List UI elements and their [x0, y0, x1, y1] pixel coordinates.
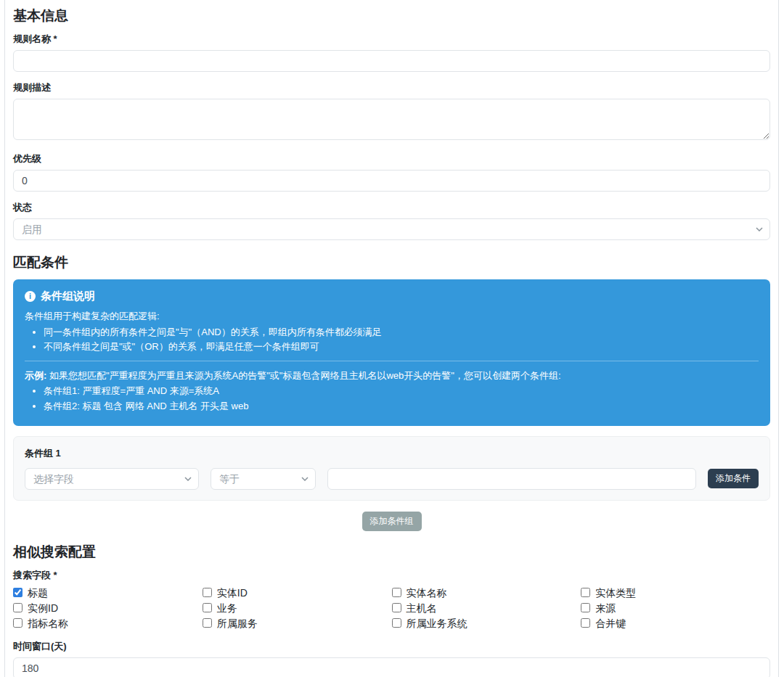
- checkbox-metric-name[interactable]: [13, 618, 23, 628]
- checkbox-item-entity-id[interactable]: 实体ID: [203, 586, 392, 599]
- checkbox-label: 业务: [217, 602, 237, 615]
- info-box-divider: [25, 361, 759, 361]
- checkbox-entity-id[interactable]: [203, 588, 212, 597]
- similar-search-title: 相似搜索配置: [13, 543, 770, 562]
- condition-group-panel: 条件组 1 选择字段 等于 添加条件: [13, 436, 770, 501]
- rule-name-group: 规则名称 *: [13, 33, 770, 72]
- condition-operator-select[interactable]: 等于: [211, 468, 316, 490]
- checkbox-entity-name[interactable]: [392, 588, 401, 597]
- info-box-examples: 条件组1: 严重程度=严重 AND 来源=系统A 条件组2: 标题 包含 网络 …: [25, 385, 759, 412]
- checkbox-item-source[interactable]: 来源: [581, 602, 770, 615]
- checkbox-label: 标题: [28, 586, 48, 599]
- checkbox-instance-id[interactable]: [13, 603, 23, 612]
- checkbox-item-entity-type[interactable]: 实体类型: [581, 586, 770, 599]
- checkbox-item-hostname[interactable]: 主机名: [392, 602, 581, 615]
- time-window-label: 时间窗口(天): [13, 640, 770, 653]
- checkbox-item-entity-name[interactable]: 实体名称: [392, 586, 581, 599]
- checkbox-source[interactable]: [581, 603, 590, 612]
- checkbox-title[interactable]: [13, 588, 23, 597]
- rule-name-label: 规则名称 *: [13, 33, 770, 46]
- info-box-example: 示例: 如果您想匹配"严重程度为严重且来源为系统A的告警"或"标题包含网络且主机…: [25, 369, 759, 382]
- checkbox-entity-type[interactable]: [581, 588, 590, 597]
- rule-description-group: 规则描述: [13, 81, 770, 143]
- checkbox-label: 所属业务系统: [407, 617, 467, 630]
- add-condition-group-button[interactable]: 添加条件组: [362, 512, 422, 531]
- basic-info-title: 基本信息: [13, 7, 770, 25]
- checkbox-owning-service[interactable]: [203, 618, 212, 628]
- checkbox-hostname[interactable]: [392, 603, 401, 612]
- checkbox-item-instance-id[interactable]: 实例ID: [13, 602, 203, 615]
- checkbox-label: 主机名: [407, 602, 437, 615]
- example-text: 如果您想匹配"严重程度为严重且来源为系统A的告警"或"标题包含网络且主机名以we…: [49, 370, 561, 381]
- condition-value-input[interactable]: [327, 468, 696, 490]
- search-fields-grid: 标题 实体ID 实体名称 实体类型 实例ID 业务 主机名 来源: [13, 586, 770, 630]
- info-box-title: 条件组说明: [41, 289, 95, 303]
- checkbox-business[interactable]: [203, 603, 212, 612]
- priority-group: 优先级: [13, 152, 770, 192]
- checkbox-label: 实体ID: [217, 586, 248, 599]
- status-label: 状态: [13, 201, 770, 214]
- info-rule-item: 同一条件组内的所有条件之间是"与"（AND）的关系，即组内所有条件都必须满足: [44, 326, 759, 339]
- checkbox-label: 实体类型: [595, 586, 636, 599]
- checkbox-label: 实体名称: [407, 586, 447, 599]
- status-select[interactable]: 启用: [13, 218, 770, 240]
- checkbox-item-title[interactable]: 标题: [13, 586, 203, 599]
- condition-group-title: 条件组 1: [25, 447, 759, 460]
- checkbox-label: 所属服务: [217, 617, 258, 630]
- checkbox-label: 合并键: [595, 617, 626, 630]
- example-item: 条件组1: 严重程度=严重 AND 来源=系统A: [44, 385, 759, 398]
- priority-label: 优先级: [13, 152, 770, 165]
- status-group: 状态 启用: [13, 201, 770, 240]
- condition-group-info-box: i 条件组说明 条件组用于构建复杂的匹配逻辑: 同一条件组内的所有条件之间是"与…: [13, 279, 770, 426]
- match-conditions-title: 匹配条件: [13, 253, 770, 272]
- checkbox-merge-key[interactable]: [581, 618, 590, 628]
- checkbox-item-metric-name[interactable]: 指标名称: [13, 617, 203, 630]
- checkbox-item-merge-key[interactable]: 合并键: [581, 617, 770, 630]
- rule-description-label: 规则描述: [13, 81, 770, 94]
- info-box-rules: 同一条件组内的所有条件之间是"与"（AND）的关系，即组内所有条件都必须满足 不…: [25, 326, 759, 353]
- condition-field-select[interactable]: 选择字段: [25, 468, 199, 490]
- add-condition-button[interactable]: 添加条件: [708, 469, 759, 488]
- rule-name-input[interactable]: [13, 50, 770, 72]
- example-item: 条件组2: 标题 包含 网络 AND 主机名 开头是 web: [44, 400, 759, 413]
- priority-input[interactable]: [13, 170, 770, 192]
- search-fields-label: 搜索字段 *: [13, 569, 770, 582]
- checkbox-item-owning-service[interactable]: 所属服务: [203, 617, 392, 630]
- info-circle-icon: i: [25, 291, 36, 302]
- info-box-header: i 条件组说明: [25, 289, 759, 303]
- checkbox-label: 实例ID: [28, 602, 58, 615]
- time-window-group: 时间窗口(天): [13, 640, 770, 677]
- checkbox-owning-system[interactable]: [392, 618, 401, 628]
- time-window-input[interactable]: [13, 657, 770, 677]
- info-box-intro: 条件组用于构建复杂的匹配逻辑:: [25, 310, 759, 323]
- checkbox-label: 来源: [595, 602, 616, 615]
- info-rule-item: 不同条件组之间是"或"（OR）的关系，即满足任意一个条件组即可: [44, 340, 759, 353]
- example-label: 示例:: [25, 370, 46, 381]
- rule-description-textarea[interactable]: [13, 99, 770, 140]
- checkbox-item-owning-system[interactable]: 所属业务系统: [392, 617, 581, 630]
- checkbox-item-business[interactable]: 业务: [203, 602, 392, 615]
- checkbox-label: 指标名称: [28, 617, 68, 630]
- rule-form-card: 基本信息 规则名称 * 规则描述 优先级 状态 启用 匹配条件 i 条件组说明 …: [4, 0, 779, 677]
